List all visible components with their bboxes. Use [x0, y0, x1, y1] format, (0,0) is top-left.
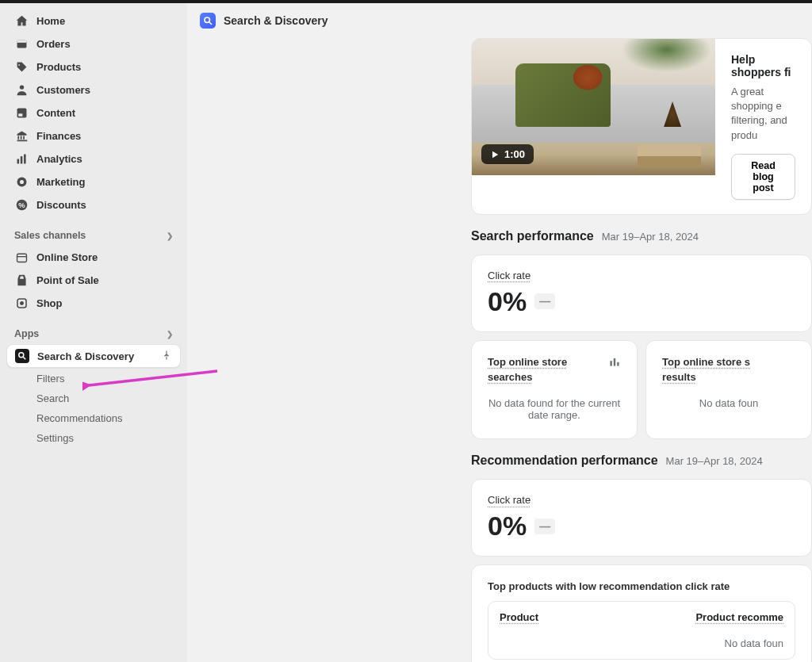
svg-rect-7 [24, 154, 26, 163]
finances-icon [14, 128, 29, 143]
read-blog-post-button[interactable]: Read blog post [731, 154, 795, 200]
orders-icon [14, 36, 29, 51]
low-rec-title: Top products with low recommendation cli… [488, 580, 795, 595]
nav-customers[interactable]: Customers [6, 78, 181, 101]
nav-label: Point of Sale [36, 274, 99, 286]
svg-rect-18 [614, 358, 615, 366]
page-title: Search & Discovery [224, 14, 328, 27]
nav-finances[interactable]: Finances [6, 124, 181, 147]
top-searches-title: Top online store searches [488, 355, 608, 385]
subnav-settings[interactable]: Settings [6, 428, 181, 448]
nav-discounts[interactable]: % Discounts [6, 193, 181, 216]
shop-icon [14, 296, 29, 310]
nav-label: Products [36, 61, 81, 73]
svg-rect-17 [610, 361, 611, 365]
section-date-range: Mar 19–Apr 18, 2024 [602, 231, 699, 243]
click-rate-delta: — [534, 293, 555, 309]
bar-chart-icon[interactable] [608, 355, 621, 370]
nav-label: Discounts [36, 199, 86, 211]
main-content: Search & Discovery 1:00 [187, 3, 812, 662]
tag-icon [14, 59, 29, 74]
svg-point-16 [204, 17, 209, 22]
store-icon [14, 250, 29, 264]
svg-point-9 [19, 179, 23, 183]
app-search-icon [200, 13, 216, 29]
nav-marketing[interactable]: Marketing [6, 170, 181, 193]
section-label: Sales channels [14, 230, 86, 241]
click-rate-value: 0% [488, 286, 527, 317]
top-searches-no-results-card: Top online store s results No data foun [645, 340, 812, 440]
section-title: Recommendation performance [471, 453, 658, 468]
app-search-discovery[interactable]: Search & Discovery [6, 344, 181, 368]
click-rate-label: Click rate [488, 270, 795, 281]
chevron-right-icon: ❯ [167, 232, 173, 240]
top-searches-card: Top online store searches No data found … [471, 340, 638, 440]
nav-label: Marketing [36, 176, 85, 188]
svg-point-2 [19, 85, 23, 89]
nav-label: Search & Discovery [37, 350, 134, 362]
play-icon [490, 150, 500, 159]
content-icon [14, 105, 29, 120]
click-rate-value: 0% [488, 511, 527, 541]
apps-header[interactable]: Apps ❯ [6, 323, 181, 344]
hero-description: A great shopping e filtering, and produ [731, 85, 795, 143]
channel-pos[interactable]: Point of Sale [6, 269, 181, 291]
nav-content[interactable]: Content [6, 101, 181, 124]
svg-point-15 [19, 353, 24, 358]
no-data-message: No data foun [488, 631, 795, 659]
sidebar: Home Orders Products Customers Content [0, 3, 187, 662]
top-no-results-title: Top online store s results [662, 355, 750, 385]
svg-point-14 [20, 301, 22, 304]
nav-orders[interactable]: Orders [6, 33, 181, 55]
click-rate-delta: — [534, 519, 555, 534]
svg-rect-1 [17, 40, 26, 42]
svg-rect-6 [20, 156, 22, 163]
no-data-message: No data found for the current date range… [488, 385, 621, 424]
video-duration: 1:00 [504, 148, 525, 160]
rec-click-rate-card: Click rate 0% — [471, 479, 812, 557]
person-icon [14, 82, 29, 97]
nav-label: Orders [36, 38, 71, 50]
svg-rect-19 [617, 362, 619, 366]
subnav-search[interactable]: Search [6, 388, 181, 408]
video-duration-badge: 1:00 [481, 144, 534, 164]
discount-icon: % [14, 197, 29, 212]
pin-icon[interactable] [161, 350, 172, 363]
nav-label: Content [36, 107, 75, 119]
nav-label: Online Store [36, 251, 98, 263]
home-icon [14, 13, 29, 28]
nav-analytics[interactable]: Analytics [6, 147, 181, 170]
channel-online-store[interactable]: Online Store [6, 246, 181, 268]
nav-label: Shop [36, 297, 63, 309]
svg-rect-4 [18, 113, 22, 116]
channel-shop[interactable]: Shop [6, 292, 181, 314]
section-date-range: Mar 19–Apr 18, 2024 [666, 455, 763, 467]
marketing-icon [14, 174, 29, 189]
svg-rect-12 [17, 254, 26, 262]
section-label: Apps [14, 328, 39, 339]
col-product: Product [500, 611, 538, 623]
pos-icon [14, 273, 29, 287]
subnav-recommendations[interactable]: Recommendations [6, 408, 181, 428]
search-discovery-icon [15, 349, 29, 363]
nav-products[interactable]: Products [6, 55, 181, 78]
nav-label: Finances [36, 130, 81, 142]
nav-home[interactable]: Home [6, 10, 181, 32]
hero-title: Help shoppers fi [731, 53, 795, 78]
chevron-right-icon: ❯ [167, 330, 173, 339]
section-title: Search performance [471, 229, 594, 243]
recommendation-performance-heading: Recommendation performance Mar 19–Apr 18… [471, 453, 812, 468]
svg-text:%: % [18, 201, 25, 209]
search-performance-heading: Search performance Mar 19–Apr 18, 2024 [471, 229, 812, 243]
subnav-filters[interactable]: Filters [6, 369, 181, 388]
analytics-icon [14, 151, 29, 166]
sales-channels-header[interactable]: Sales channels ❯ [6, 225, 181, 246]
nav-label: Customers [36, 84, 90, 96]
main-header: Search & Discovery [187, 3, 812, 38]
search-click-rate-card: Click rate 0% — [471, 254, 812, 332]
click-rate-label: Click rate [488, 494, 795, 506]
col-recommendations: Product recomme [695, 611, 783, 623]
hero-card: 1:00 Help shoppers fi A great shopping e… [471, 38, 812, 215]
no-data-message: No data foun [662, 385, 795, 412]
hero-video[interactable]: 1:00 [472, 39, 715, 175]
